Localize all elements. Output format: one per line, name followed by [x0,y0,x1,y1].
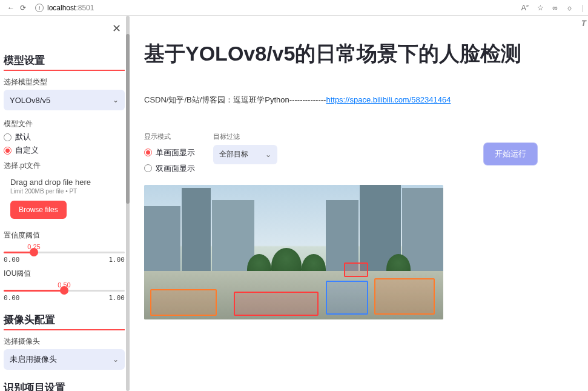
display-mode-label: 显示模式 [144,132,195,141]
divider: | [581,4,583,12]
back-button[interactable]: ← [5,4,17,12]
filter-select[interactable]: 全部目标 ⌄ [213,145,277,164]
chevron-down-icon: ⌄ [265,150,271,159]
main-content: 𝙏 基于YOLOv8/v5的日常场景下的人脸检测 CSDN/知乎/B站/博客园：… [130,16,588,391]
iou-label: IOU阈值 [4,269,125,279]
reader-mode-icon[interactable]: A» [521,3,529,12]
url-host: localhost [47,4,76,12]
chevron-down-icon: ⌄ [113,96,119,104]
controls-row: 显示模式 单画面显示 双画面显示 目标过滤 全部目标 ⌄ 开始运行 [144,132,573,176]
file-dropzone[interactable]: Drag and drop file here Limit 200MB per … [4,173,125,226]
slider-knob[interactable] [30,248,38,256]
slider-fill [4,290,64,292]
radio-default-label: 默认 [15,132,31,142]
model-type-value: YOLOv8/v5 [10,96,50,105]
close-icon[interactable]: ✕ [112,22,121,35]
display-mode-group: 显示模式 单画面显示 双画面显示 [144,132,195,176]
run-group: 开始运行 [484,132,537,165]
camera-label: 选择摄像头 [4,336,125,347]
detection-box [374,278,435,315]
filter-value: 全部目标 [219,149,248,159]
dropzone-text: Drag and drop file here [10,178,124,187]
iou-min: 0.00 [4,294,20,302]
detection-box [150,289,217,316]
project-settings-header: 识别项目设置 [4,370,125,391]
run-button[interactable]: 开始运行 [484,143,537,165]
model-type-label: 选择模型类型 [4,77,125,87]
camera-value: 未启用摄像头 [10,354,57,365]
radio-icon [4,147,12,155]
site-info-icon[interactable]: i [35,4,44,12]
infinity-icon[interactable]: ∞ [552,4,558,12]
camera-header: 摄像头配置 [4,302,125,329]
format-icon[interactable]: 𝙏 [581,18,586,28]
camera-select[interactable]: 未启用摄像头 ⌄ [4,349,125,370]
credit-link[interactable]: https://space.bilibili.com/582341464 [326,95,451,104]
model-type-select[interactable]: YOLOv8/v5 ⌄ [4,90,125,110]
model-settings-header: 模型设置 [4,35,125,70]
result-image [144,185,443,319]
divider [4,329,125,330]
dropzone-subtext: Limit 200MB per file • PT [10,188,124,195]
radio-icon [144,149,152,156]
pt-file-label: 选择.pt文件 [4,161,125,171]
divider [4,70,125,71]
radio-custom-label: 自定义 [15,145,39,156]
detection-box [326,281,368,315]
filter-group: 目标过滤 全部目标 ⌄ [213,132,277,164]
chevron-down-icon: ⌄ [113,355,119,364]
conf-max: 1.00 [109,256,125,264]
credit-line: CSDN/知乎/B站/博客园：逗逗班学Python--------------h… [144,95,573,105]
filter-label: 目标过滤 [213,132,277,141]
detection-box [234,292,319,316]
sync-icon[interactable]: ☼ [566,4,573,12]
slider-knob[interactable] [60,286,68,295]
radio-custom[interactable]: 自定义 [4,145,125,156]
url-port: :8501 [76,4,94,12]
browser-toolbar: ← ⟳ i localhost:8501 A» ☆ ∞ ☼ | [0,0,588,16]
conf-min: 0.00 [4,256,20,264]
favorite-icon[interactable]: ☆ [537,4,544,12]
detection-box [344,262,368,277]
refresh-button[interactable]: ⟳ [17,4,29,12]
conf-label: 置信度阈值 [4,230,125,241]
iou-max: 1.00 [109,294,125,302]
address-bar[interactable]: i localhost:8501 [35,4,515,12]
slider-track [4,290,125,292]
slider-track [4,252,125,253]
iou-slider[interactable]: 0.50 0.00 1.00 [4,281,125,302]
radio-single[interactable]: 单画面显示 [144,147,195,158]
radio-double[interactable]: 双画面显示 [144,163,195,174]
model-file-label: 模型文件 [4,119,125,129]
page-title: 基于YOLOv8/v5的日常场景下的人脸检测 [144,40,573,68]
sidebar: ✕ 模型设置 选择模型类型 YOLOv8/v5 ⌄ 模型文件 默认 自定义 选择… [0,16,130,391]
radio-default[interactable]: 默认 [4,132,125,142]
radio-double-label: 双画面显示 [156,163,195,174]
radio-icon [144,164,152,172]
credit-text: CSDN/知乎/B站/博客园：逗逗班学Python-------------- [144,95,326,104]
radio-icon [4,133,12,141]
conf-slider[interactable]: 0.25 0.00 1.00 [4,243,125,264]
radio-single-label: 单画面显示 [156,147,195,158]
browse-files-button[interactable]: Browse files [10,201,67,219]
app-root: ✕ 模型设置 选择模型类型 YOLOv8/v5 ⌄ 模型文件 默认 自定义 选择… [0,16,588,391]
